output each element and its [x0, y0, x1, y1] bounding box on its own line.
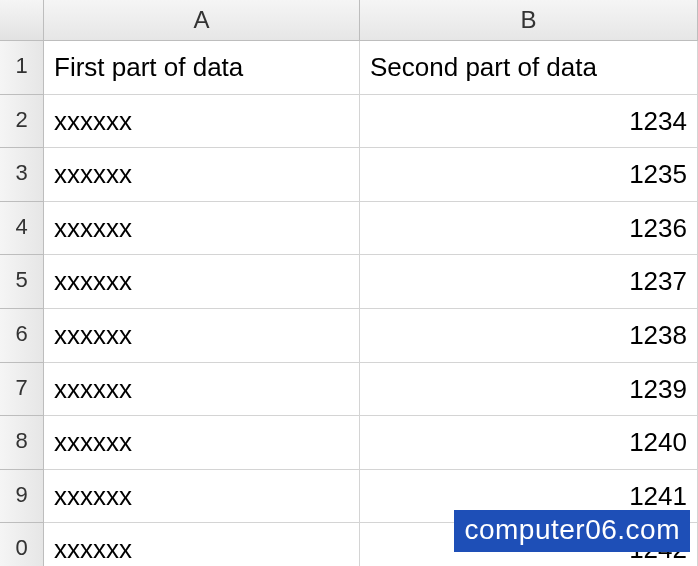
- cell-b2[interactable]: 1234: [360, 95, 698, 149]
- cell-a3[interactable]: xxxxxx: [44, 148, 360, 202]
- cell-b7[interactable]: 1239: [360, 363, 698, 417]
- cell-b10[interactable]: 1242: [360, 523, 698, 566]
- cell-b9[interactable]: 1241: [360, 470, 698, 524]
- row-header-1[interactable]: 1: [0, 41, 44, 95]
- cell-b5[interactable]: 1237: [360, 255, 698, 309]
- cell-a7[interactable]: xxxxxx: [44, 363, 360, 417]
- cell-b6[interactable]: 1238: [360, 309, 698, 363]
- row-header-2[interactable]: 2: [0, 95, 44, 149]
- cell-a9[interactable]: xxxxxx: [44, 470, 360, 524]
- row-header-7[interactable]: 7: [0, 363, 44, 417]
- cell-a6[interactable]: xxxxxx: [44, 309, 360, 363]
- cell-b1[interactable]: Second part of data: [360, 41, 698, 95]
- cell-a2[interactable]: xxxxxx: [44, 95, 360, 149]
- spreadsheet-grid: A B 1 First part of data Second part of …: [0, 0, 698, 566]
- cell-a8[interactable]: xxxxxx: [44, 416, 360, 470]
- cell-a4[interactable]: xxxxxx: [44, 202, 360, 256]
- column-header-a[interactable]: A: [44, 0, 360, 41]
- row-header-10[interactable]: 0: [0, 523, 44, 566]
- cell-a10[interactable]: xxxxxx: [44, 523, 360, 566]
- cell-a1[interactable]: First part of data: [44, 41, 360, 95]
- row-header-9[interactable]: 9: [0, 470, 44, 524]
- cell-a5[interactable]: xxxxxx: [44, 255, 360, 309]
- row-header-8[interactable]: 8: [0, 416, 44, 470]
- column-header-b[interactable]: B: [360, 0, 698, 41]
- row-header-3[interactable]: 3: [0, 148, 44, 202]
- row-header-6[interactable]: 6: [0, 309, 44, 363]
- cell-b4[interactable]: 1236: [360, 202, 698, 256]
- row-header-5[interactable]: 5: [0, 255, 44, 309]
- select-all-corner[interactable]: [0, 0, 44, 41]
- cell-b8[interactable]: 1240: [360, 416, 698, 470]
- cell-b3[interactable]: 1235: [360, 148, 698, 202]
- row-header-4[interactable]: 4: [0, 202, 44, 256]
